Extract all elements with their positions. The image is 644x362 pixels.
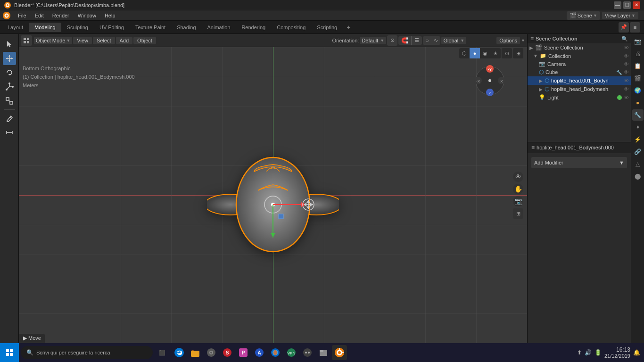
blender-taskbar-app[interactable] bbox=[332, 345, 347, 360]
tool-scale[interactable] bbox=[3, 80, 16, 93]
view-layer-selector[interactable]: View Layer ▼ bbox=[602, 12, 638, 19]
notification-icon[interactable]: 🔔 bbox=[633, 349, 640, 356]
modifier-properties-icon[interactable]: 🔧 bbox=[632, 109, 644, 121]
menu-edit[interactable]: Edit bbox=[31, 12, 48, 19]
settings-app[interactable] bbox=[204, 345, 219, 360]
rotate-view-button[interactable]: 📷 bbox=[513, 196, 523, 206]
view-menu[interactable]: View bbox=[73, 37, 92, 44]
outliner-item-hoplite-selected[interactable]: ▶ ⬡ hoplite_head.001_Bodyn 👁 bbox=[528, 76, 631, 85]
outliner-eye-collection[interactable]: 👁 bbox=[624, 53, 629, 59]
constraints-properties-icon[interactable]: 🔗 bbox=[632, 146, 644, 157]
tool-annotate[interactable] bbox=[3, 112, 16, 125]
tool-measure[interactable] bbox=[3, 126, 16, 139]
add-modifier-button[interactable]: Add Modifier ▼ bbox=[531, 157, 627, 168]
start-button[interactable] bbox=[0, 343, 19, 362]
move-label[interactable]: ▶ Move bbox=[19, 333, 45, 343]
orientation-select[interactable]: Default ▼ bbox=[360, 37, 386, 44]
scene-properties-icon[interactable]: 🎬 bbox=[632, 73, 644, 84]
physics-properties-icon[interactable]: ⚡ bbox=[632, 134, 644, 145]
workspace-tab-modeling[interactable]: Modeling bbox=[29, 23, 61, 32]
menu-render[interactable]: Render bbox=[49, 12, 73, 19]
close-button[interactable]: ✕ bbox=[633, 1, 640, 9]
outliner-item-light[interactable]: 💡 Light 👁 bbox=[528, 93, 631, 101]
output-properties-icon[interactable]: 🖨 bbox=[632, 48, 644, 59]
workspace-tab-sculpting[interactable]: Sculpting bbox=[61, 23, 94, 32]
outliner-eye-hoplite1[interactable]: 👁 bbox=[624, 78, 629, 83]
clock-display[interactable]: 16:13 21/12/2019 bbox=[604, 346, 630, 359]
app-blue[interactable]: A bbox=[252, 345, 267, 360]
snap-options[interactable]: ☰ bbox=[411, 36, 422, 45]
outliner-item-scene-collection[interactable]: ▶ 🎬 Scene Collection 👁 bbox=[528, 43, 631, 52]
app-red[interactable]: S bbox=[220, 345, 235, 360]
outliner-item-cube[interactable]: ⬡ Cube 🔧 👁 bbox=[528, 68, 631, 76]
workspace-tab-scripting[interactable]: Scripting bbox=[311, 23, 343, 32]
workspace-tab-uv-editing[interactable]: UV Editing bbox=[94, 23, 130, 32]
material-mode-btn[interactable]: ◉ bbox=[480, 48, 490, 58]
navigation-gizmo[interactable]: -Y X -X Z bbox=[473, 64, 506, 98]
overlay-toggle[interactable]: ⊙ bbox=[502, 48, 512, 58]
rendered-mode-btn[interactable]: ☀ bbox=[490, 48, 501, 58]
workspace-tab-layout[interactable]: Layout bbox=[2, 23, 29, 32]
menu-help[interactable]: Help bbox=[101, 12, 119, 19]
outliner-eye-scene[interactable]: 👁 bbox=[624, 45, 629, 50]
world-properties-icon[interactable]: 🌍 bbox=[632, 85, 644, 96]
outliner-item-hoplite-body[interactable]: ▶ ⬡ hoplite_head_Bodymesh. 👁 bbox=[528, 85, 631, 93]
add-menu[interactable]: Add bbox=[116, 37, 133, 44]
taskbar-search[interactable]: 🔍 Scrivi qui per eseguire la ricerca bbox=[21, 346, 153, 359]
render-properties-icon[interactable]: 📷 bbox=[632, 36, 644, 47]
battery-icon[interactable]: 🔋 bbox=[594, 349, 602, 356]
vpn-app[interactable]: VPN bbox=[284, 345, 299, 360]
workspace-tab-animation[interactable]: Animation bbox=[202, 23, 236, 32]
task-view-button[interactable]: ⬛ bbox=[155, 345, 170, 360]
outliner-eye-hoplite2[interactable]: 👁 bbox=[624, 86, 629, 92]
network-icon[interactable]: ⬆ bbox=[577, 349, 582, 356]
workspace-tab-compositing[interactable]: Compositing bbox=[271, 23, 311, 32]
explorer-app[interactable] bbox=[188, 345, 203, 360]
app-pink[interactable]: P bbox=[236, 345, 251, 360]
tool-move[interactable] bbox=[3, 52, 16, 65]
menu-file[interactable]: File bbox=[14, 12, 30, 19]
transform-global[interactable]: Global ▼ bbox=[441, 37, 466, 44]
blender-logo[interactable] bbox=[2, 11, 11, 20]
data-properties-icon[interactable]: △ bbox=[632, 158, 644, 170]
firefox-app[interactable] bbox=[268, 345, 283, 360]
outliner-item-collection[interactable]: ▼ 📁 Collection 👁 bbox=[528, 52, 631, 60]
outliner-eye-camera[interactable]: 👁 bbox=[624, 61, 629, 67]
gizmo-toggle[interactable]: ⊞ bbox=[513, 48, 523, 58]
workspace-tab-rendering[interactable]: Rendering bbox=[236, 23, 271, 32]
object-mode-select[interactable]: Object Mode ▼ bbox=[34, 37, 72, 44]
zoom-camera-button[interactable]: 👁 bbox=[513, 172, 523, 182]
volume-icon[interactable]: 🔊 bbox=[585, 349, 592, 356]
editor-type-menu[interactable] bbox=[21, 35, 32, 46]
select-menu[interactable]: Select bbox=[93, 37, 115, 44]
view-layer-properties-icon[interactable]: 📋 bbox=[632, 60, 644, 72]
workspace-add-button[interactable]: + bbox=[343, 22, 354, 33]
menu-window[interactable]: Window bbox=[74, 12, 100, 19]
workspace-tab-texture-paint[interactable]: Texture Paint bbox=[130, 23, 171, 32]
chat-app[interactable] bbox=[300, 345, 315, 360]
options-btn[interactable]: Options bbox=[496, 37, 520, 44]
outliner-item-camera[interactable]: 📷 Camera 👁 bbox=[528, 60, 631, 68]
object-menu[interactable]: Object bbox=[133, 37, 156, 44]
proportional-toggle[interactable]: ○ bbox=[423, 36, 431, 45]
wireframe-mode-btn[interactable]: ⬡ bbox=[459, 48, 470, 58]
proportional-falloff[interactable]: ∿ bbox=[431, 36, 440, 45]
editor-type-icon[interactable]: ≡ bbox=[630, 22, 640, 33]
outliner-filter-icon[interactable]: 🔍 bbox=[621, 36, 628, 42]
snap-toggle[interactable]: 🧲 bbox=[398, 36, 411, 45]
pivot-point-select[interactable]: ⊙ bbox=[387, 35, 397, 46]
minimize-button[interactable]: — bbox=[614, 1, 621, 9]
outliner-eye-cube[interactable]: 👁 bbox=[624, 69, 629, 75]
tool-rotate[interactable] bbox=[3, 66, 16, 79]
tool-transform[interactable] bbox=[3, 94, 16, 107]
pan-button[interactable]: ✋ bbox=[513, 184, 523, 194]
scene-selector[interactable]: 🎬 Scene ▼ bbox=[567, 11, 600, 20]
scene-pin-icon[interactable]: 📌 bbox=[619, 22, 629, 33]
maximize-button[interactable]: ❐ bbox=[623, 1, 631, 9]
tool-cursor[interactable] bbox=[3, 38, 16, 51]
view-grid-button[interactable]: ⊞ bbox=[513, 208, 523, 219]
outliner-eye-light[interactable]: 👁 bbox=[624, 95, 629, 100]
workspace-tab-shading[interactable]: Shading bbox=[171, 23, 201, 32]
particles-properties-icon[interactable]: ✦ bbox=[632, 122, 644, 133]
material-properties-icon[interactable]: ⬤ bbox=[632, 171, 644, 182]
